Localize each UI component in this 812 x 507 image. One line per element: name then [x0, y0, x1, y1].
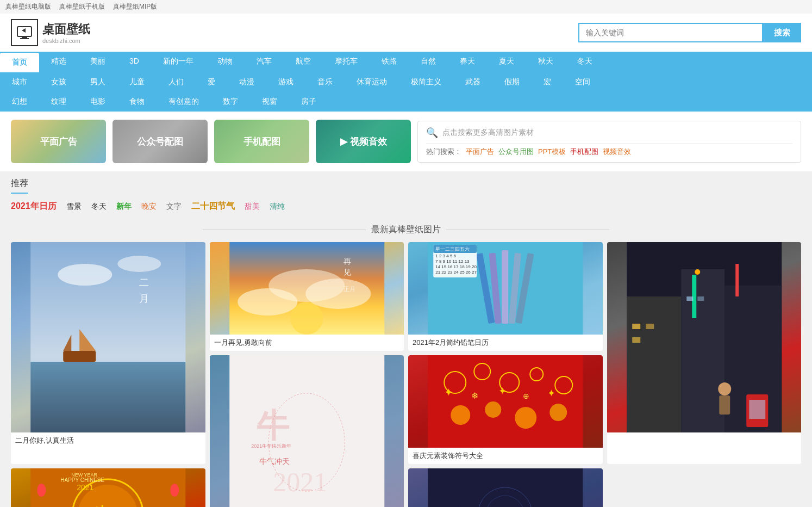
nav-item-nature[interactable]: 自然 [409, 52, 448, 72]
gallery-item-1[interactable]: 二 月 二月你好,认真生活 [11, 242, 205, 464]
logo-icon [11, 19, 38, 46]
banner-ad-label: 平面广告 [40, 135, 77, 148]
nav-item-moto[interactable]: 摩托车 [323, 52, 370, 72]
nav-item-railway[interactable]: 铁路 [370, 52, 409, 72]
nav-item-house[interactable]: 房子 [289, 92, 328, 112]
nav-item-newyear[interactable]: 新的一年 [151, 52, 205, 72]
nav-item-space[interactable]: 空间 [563, 72, 602, 92]
nav-item-weapons[interactable]: 武器 [453, 72, 492, 92]
nav-row-3: 幻想 纹理 电影 食物 有创意的 数字 视窗 房子 [0, 92, 812, 112]
top-link-desktop[interactable]: 真棒壁纸电脑版 [5, 2, 51, 11]
banner-wechat[interactable]: 公众号配图 [113, 120, 208, 163]
svg-text:再: 再 [343, 257, 351, 265]
gallery-item-4[interactable] [607, 242, 802, 464]
hot-searches: 热门搜索： 平面广告 公众号用图 PPT模板 手机配图 视频音效 [426, 144, 792, 157]
nav-item-music[interactable]: 音乐 [305, 72, 345, 92]
nav-item-anime[interactable]: 动漫 [227, 72, 266, 92]
hot-tag-pingmian[interactable]: 平面广告 [466, 147, 494, 157]
search-input[interactable] [578, 23, 763, 42]
logo: 桌面壁纸 deskbizhi.com [11, 19, 90, 46]
banner-video-icon: ▶ [340, 136, 347, 147]
nav-row-2: 城市 女孩 男人 儿童 人们 爱 动漫 游戏 音乐 休育运动 极简主义 武器 假… [0, 72, 812, 92]
gallery-item-6[interactable]: ✦ ❄ ✦ ⊕ ✦ 喜庆元素装饰符号大全 [408, 355, 603, 464]
search-right-placeholder[interactable]: 点击搜索更多高清图片素材 [442, 128, 534, 138]
nav-item-girls[interactable]: 女孩 [39, 72, 78, 92]
nav-row-1: 首页 精选 美丽 3D 新的一年 动物 汽车 航空 摩托车 铁路 自然 春天 夏… [0, 52, 812, 72]
nav-item-aviation[interactable]: 航空 [284, 52, 323, 72]
nav-item-movie[interactable]: 电影 [78, 92, 117, 112]
nav-item-game[interactable]: 游戏 [266, 72, 305, 92]
tag-qingchun[interactable]: 清纯 [270, 202, 285, 212]
tag-snow[interactable]: 雪景 [66, 202, 82, 212]
svg-point-82 [170, 484, 179, 497]
nav-item-creative[interactable]: 有创意的 [157, 92, 211, 112]
gallery-item-7[interactable]: 牛 2021 HAPPY CHINESE NEW YEAR 新年快乐 牛年202… [11, 468, 205, 507]
nav-item-food[interactable]: 食物 [117, 92, 157, 112]
hot-tag-shoujipei[interactable]: 手机配图 [570, 147, 598, 157]
svg-text:月: 月 [139, 293, 149, 304]
svg-text:见: 见 [343, 268, 351, 276]
top-link-mip[interactable]: 真棒壁纸MIP版 [113, 2, 157, 11]
svg-point-81 [37, 484, 46, 497]
search-right-icon: 🔍 [426, 127, 438, 139]
gallery-item-5[interactable]: 牛 2021 牛气冲天 2021牛年快乐新年 2021 牛气冲天 [210, 355, 404, 507]
gallery-thumb-8: ∞ [408, 468, 603, 507]
tag-tiantian[interactable]: 甜美 [245, 202, 260, 212]
tag-newyear[interactable]: 新年 [116, 202, 132, 212]
banner-area: 平面广告 公众号配图 手机配图 ▶ 视频音效 🔍 点击搜索更多高清图片素材 热门… [0, 112, 812, 171]
nav-item-fantasy[interactable]: 幻想 [0, 92, 39, 112]
search-area: 搜索 [578, 23, 801, 42]
tag-text[interactable]: 文字 [166, 202, 182, 212]
tag-24jieqi[interactable]: 二十四节气 [191, 201, 235, 212]
svg-text:1  2  3  4  5  6: 1 2 3 4 5 6 [435, 253, 456, 258]
nav-item-3d[interactable]: 3D [117, 52, 151, 72]
svg-text:正月: 正月 [343, 286, 355, 292]
gallery-item-8[interactable]: ∞ [408, 468, 603, 507]
nav-item-love[interactable]: 爱 [196, 72, 227, 92]
gallery-item-2[interactable]: 再 见 正月 一月再见,勇敢向前 [210, 242, 404, 351]
logo-sub: deskbizhi.com [42, 38, 90, 44]
nav-item-minimalism[interactable]: 极简主义 [399, 72, 453, 92]
banner-video[interactable]: ▶ 视频音效 [316, 120, 411, 163]
nav-item-home[interactable]: 首页 [0, 53, 39, 72]
tag-winter[interactable]: 冬天 [91, 202, 107, 212]
nav-item-macro[interactable]: 宏 [532, 72, 563, 92]
tag-calendar[interactable]: 2021年日历 [11, 201, 57, 212]
nav-item-holiday[interactable]: 假期 [492, 72, 532, 92]
svg-point-45 [718, 382, 731, 395]
svg-text:❄: ❄ [471, 391, 478, 400]
nav-item-meili[interactable]: 美丽 [78, 52, 117, 72]
svg-text:星一二三四五六: 星一二三四五六 [435, 246, 470, 252]
nav-item-jingxuan[interactable]: 精选 [39, 52, 78, 72]
nav-item-spring[interactable]: 春天 [448, 52, 487, 72]
gallery-caption-4 [607, 432, 802, 439]
gallery-item-3[interactable]: 星一二三四五六 1 2 3 4 5 6 7 8 9 10 11 12 13 14… [408, 242, 603, 351]
banner-mobile-label: 手机配图 [243, 135, 280, 148]
banner-mobile[interactable]: 手机配图 [214, 120, 309, 163]
hot-tag-video[interactable]: 视频音效 [603, 147, 631, 157]
hot-tag-ppt[interactable]: PPT模板 [538, 147, 566, 157]
svg-point-64 [485, 401, 501, 418]
nav-item-digital[interactable]: 数字 [211, 92, 250, 112]
tag-wanan[interactable]: 晚安 [141, 202, 157, 212]
nav-item-animals[interactable]: 动物 [205, 52, 245, 72]
svg-point-66 [549, 404, 567, 421]
nav-item-sports[interactable]: 休育运动 [345, 72, 399, 92]
nav-item-texture[interactable]: 纹理 [39, 92, 78, 112]
svg-point-65 [515, 407, 536, 429]
nav-item-people[interactable]: 人们 [157, 72, 196, 92]
nav-item-men[interactable]: 男人 [78, 72, 117, 92]
nav-item-city[interactable]: 城市 [0, 72, 39, 92]
nav-item-children[interactable]: 儿童 [117, 72, 157, 92]
gallery-caption-1: 二月你好,认真生活 [11, 432, 205, 449]
top-link-mobile[interactable]: 真棒壁纸手机版 [59, 2, 105, 11]
logo-text: 桌面壁纸 deskbizhi.com [42, 21, 90, 44]
nav-item-autumn[interactable]: 秋天 [526, 52, 565, 72]
nav-item-cars[interactable]: 汽车 [245, 52, 284, 72]
banner-ad[interactable]: 平面广告 [11, 120, 106, 163]
search-button[interactable]: 搜索 [763, 23, 801, 42]
nav-item-windows[interactable]: 视窗 [250, 92, 289, 112]
hot-tag-gongzhong[interactable]: 公众号用图 [498, 147, 534, 157]
nav-item-winter[interactable]: 冬天 [565, 52, 604, 72]
nav-item-summer[interactable]: 夏天 [487, 52, 526, 72]
